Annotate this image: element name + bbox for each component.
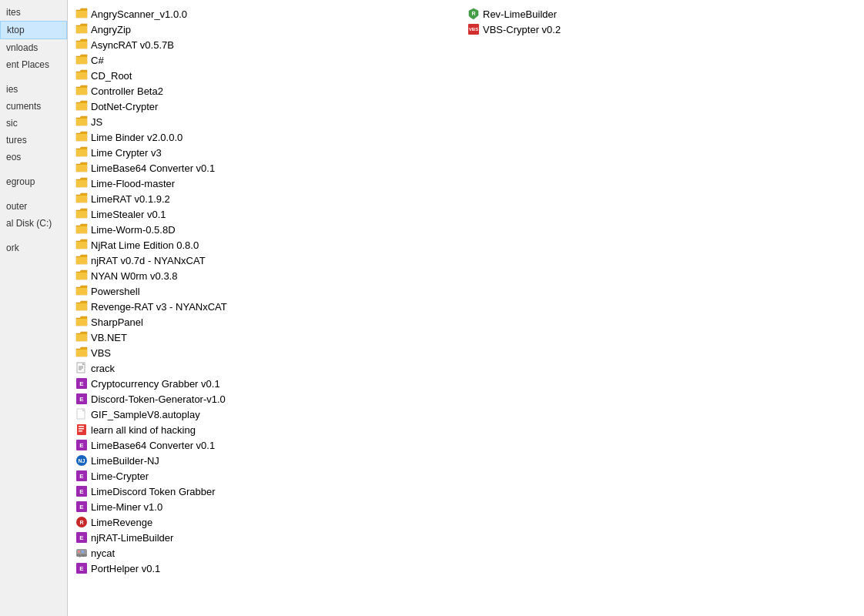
svg-rect-12 [79, 430, 82, 432]
list-item[interactable]: SharpPanel [74, 314, 466, 330]
svg-text:VBS: VBS [469, 27, 478, 32]
list-item[interactable]: Lime Binder v2.0.0.0 [74, 129, 466, 145]
sidebar-item-pictures[interactable]: tures [0, 132, 67, 149]
main-content: AngryScanner_v1.0.0 AngryZip AsyncRAT v0… [68, 0, 864, 616]
svg-text:E: E [79, 473, 84, 480]
svg-rect-11 [79, 428, 84, 430]
list-item[interactable]: Lime-Flood-master [74, 176, 466, 191]
list-item[interactable]: Lime-Worm-0.5.8D [74, 222, 466, 237]
sidebar-item-music[interactable]: sic [0, 115, 67, 132]
list-item-rev-limebuilder[interactable]: R Rev-LimeBuilder [466, 6, 858, 22]
list-item[interactable]: Lime Crypter v3 [74, 145, 466, 160]
list-item[interactable]: DotNet-Crypter [74, 99, 466, 114]
list-item-hacking[interactable]: learn all kind of hacking [74, 422, 466, 437]
list-item[interactable]: E Lime-Miner v1.0 [74, 499, 466, 514]
list-item[interactable]: njRAT v0.7d - NYANxCAT [74, 253, 466, 268]
list-item[interactable]: VB.NET [74, 330, 466, 345]
list-item[interactable]: E LimeBase64 Converter v0.1 [74, 437, 466, 453]
list-item[interactable]: E Discord-Token-Generator-v1.0 [74, 391, 466, 407]
svg-text:E: E [79, 488, 84, 495]
list-item-crack[interactable]: crack [74, 360, 466, 376]
list-item[interactable]: JS [74, 114, 466, 129]
list-item[interactable]: E njRAT-LimeBuilder [74, 530, 466, 545]
list-item[interactable]: E PortHelper v0.1 [74, 561, 466, 576]
list-item[interactable]: R LimeRevenge [74, 514, 466, 530]
list-item[interactable]: LimeBase64 Converter v0.1 [74, 160, 466, 176]
column-1: AngryScanner_v1.0.0 AngryZip AsyncRAT v0… [74, 6, 466, 576]
svg-text:R: R [471, 11, 475, 16]
svg-text:E: E [79, 396, 84, 403]
svg-text:E: E [79, 442, 84, 449]
svg-text:NJ: NJ [79, 458, 85, 464]
list-item[interactable]: CD_Root [74, 68, 466, 83]
list-item[interactable]: E LimeDiscord Token Grabber [74, 484, 466, 499]
list-item[interactable]: Revenge-RAT v3 - NYANxCAT [74, 299, 466, 314]
svg-text:R: R [79, 520, 83, 525]
sidebar: ites ktop vnloads ent Places ies cuments… [0, 0, 68, 616]
list-item[interactable]: AngryZip [74, 22, 466, 37]
sidebar-item-desktop[interactable]: ktop [0, 21, 67, 39]
sidebar-item-recent[interactable]: ent Places [0, 56, 67, 73]
list-item[interactable]: LimeRAT v0.1.9.2 [74, 191, 466, 206]
list-item[interactable]: NYAN W0rm v0.3.8 [74, 268, 466, 283]
list-item[interactable]: E Lime-Crypter [74, 468, 466, 484]
list-item-nycat[interactable]: nyan nycat [74, 545, 466, 561]
list-item[interactable]: Controller Beta2 [74, 83, 466, 99]
list-item[interactable]: AsyncRAT v0.5.7B [74, 37, 466, 52]
sidebar-item-localdisk[interactable]: al Disk (C:) [0, 215, 67, 232]
list-item[interactable]: Powershell [74, 283, 466, 299]
list-item[interactable]: NjRat Lime Edition 0.8.0 [74, 237, 466, 253]
list-item-vbs-crypter[interactable]: VBS VBS-Crypter v0.2 [466, 22, 858, 37]
file-list: AngryScanner_v1.0.0 AngryZip AsyncRAT v0… [68, 3, 864, 579]
list-item[interactable]: VBS [74, 345, 466, 360]
sidebar-item-ites[interactable]: ites [0, 4, 67, 21]
svg-text:E: E [79, 380, 84, 387]
sidebar-item-computer[interactable]: outer [0, 198, 67, 215]
list-item[interactable]: GIF_SampleV8.autoplay [74, 407, 466, 422]
sidebar-item-network[interactable]: ork [0, 239, 67, 256]
svg-text:E: E [79, 565, 84, 572]
list-item[interactable]: NJ LimeBuilder-NJ [74, 453, 466, 468]
list-item[interactable]: C# [74, 52, 466, 68]
svg-text:E: E [79, 534, 84, 541]
sidebar-item-documents[interactable]: cuments [0, 98, 67, 115]
sidebar-item-homegroup[interactable]: egroup [0, 173, 67, 190]
svg-text:E: E [79, 504, 84, 511]
list-item[interactable]: LimeStealer v0.1 [74, 206, 466, 222]
list-item[interactable]: E Cryptocurrency Grabber v0.1 [74, 376, 466, 391]
list-item[interactable]: AngryScanner_v1.0.0 [74, 6, 466, 22]
sidebar-item-downloads[interactable]: vnloads [0, 39, 67, 56]
sidebar-item-videos[interactable]: eos [0, 149, 67, 166]
svg-text:nyan: nyan [76, 553, 86, 557]
column-2: R Rev-LimeBuilder VBS VBS-Crypter v0.2 [466, 6, 858, 576]
svg-rect-10 [79, 426, 84, 427]
sidebar-item-libraries[interactable]: ies [0, 81, 67, 98]
